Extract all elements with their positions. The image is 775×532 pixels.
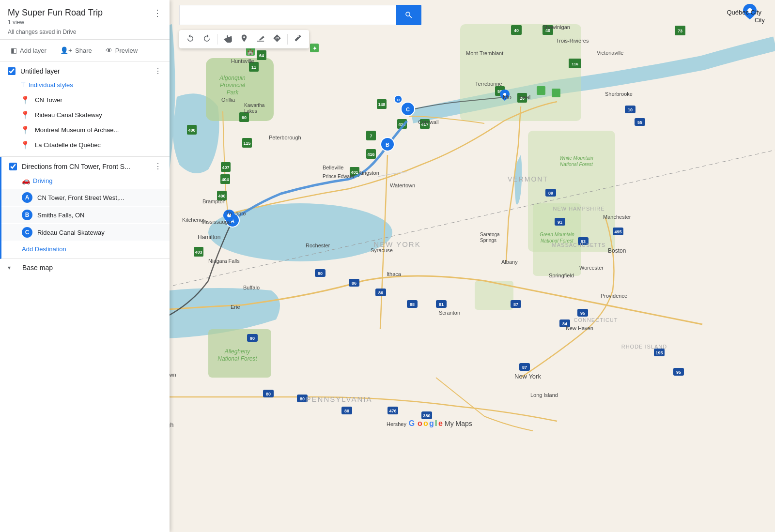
save-status: All changes saved in Drive [8, 29, 162, 35]
add-marker-button[interactable] [237, 32, 251, 46]
svg-text:404: 404 [221, 177, 229, 182]
individual-styles-link[interactable]: ⊤ Individual styles [0, 80, 170, 92]
preview-button[interactable]: 👁 Preview [103, 45, 140, 56]
svg-text:Brampton: Brampton [202, 198, 226, 204]
sidebar-menu-button[interactable]: ⋮ [151, 6, 164, 20]
search-button[interactable] [396, 5, 421, 25]
svg-text:Orillia: Orillia [221, 97, 235, 103]
svg-rect-127 [537, 86, 545, 95]
svg-text:195: 195 [655, 350, 663, 355]
svg-text:Trois-Rivières: Trois-Rivières [556, 38, 589, 44]
svg-text:Long Island: Long Island [530, 392, 558, 398]
add-layer-button[interactable]: ◧ Add layer [8, 45, 49, 56]
layer-menu-button[interactable]: ⋮ [154, 66, 162, 76]
map-views: 1 view [8, 19, 162, 26]
svg-text:416: 416 [367, 152, 374, 157]
svg-text:✦: ✦ [312, 46, 317, 51]
directions-visibility-checkbox[interactable] [9, 163, 17, 170]
svg-text:onto: onto [235, 211, 246, 216]
place-pin-icon: 📍 [20, 95, 30, 105]
layers-icon: ◧ [11, 46, 17, 54]
place-name: Montreal Museum of Archae... [35, 126, 119, 134]
layer-visibility-checkbox[interactable] [8, 67, 16, 75]
paint-icon: ⊤ [20, 81, 26, 89]
place-name: La Citadelle de Québec [35, 141, 101, 149]
redo-button[interactable] [200, 32, 214, 46]
waypoint-badge-b: B [22, 210, 32, 220]
svg-rect-128 [552, 89, 560, 97]
svg-text:PENNSYLVANIA: PENNSYLVANIA [306, 395, 372, 403]
add-directions-button[interactable] [270, 32, 284, 46]
svg-text:495: 495 [614, 229, 621, 234]
driving-mode-link[interactable]: 🚗 Driving [1, 176, 170, 188]
draw-line-button[interactable] [253, 32, 268, 46]
svg-text:l: l [435, 419, 437, 427]
svg-text:87: 87 [513, 302, 518, 307]
svg-text:New Haven: New Haven [566, 325, 593, 331]
measure-button[interactable] [291, 32, 305, 46]
svg-text:Lakes: Lakes [244, 108, 257, 114]
svg-text:Scranton: Scranton [439, 310, 460, 316]
svg-text:Worcester: Worcester [579, 265, 604, 271]
svg-text:380: 380 [423, 413, 430, 418]
svg-text:O: O [397, 98, 400, 102]
directions-title: Directions from CN Tower, Front S... [22, 163, 154, 170]
directions-menu-button[interactable]: ⋮ [154, 162, 162, 171]
svg-text:Rochester: Rochester [306, 243, 330, 248]
layer-header: Untitled layer ⋮ [0, 61, 170, 80]
place-citadelle[interactable]: 📍 La Citadelle de Québec [0, 137, 170, 152]
svg-text:10: 10 [628, 107, 633, 112]
measure-icon [294, 34, 302, 43]
search-input[interactable] [179, 5, 396, 25]
svg-text:Terrebonne: Terrebonne [475, 81, 502, 87]
svg-text:95: 95 [580, 311, 585, 316]
svg-text:80: 80 [300, 396, 305, 401]
share-button[interactable]: 👤+ Share [57, 45, 95, 56]
svg-text:o: o [418, 419, 422, 427]
svg-text:Buffalo: Buffalo [243, 285, 260, 290]
svg-text:Huntsville: Huntsville [231, 58, 254, 64]
svg-text:To: To [226, 211, 232, 216]
svg-text:Kitchener: Kitchener [182, 217, 205, 223]
svg-text:Ithaca: Ithaca [387, 271, 402, 277]
undo-button[interactable] [183, 32, 198, 46]
svg-text:White Mountain: White Mountain [559, 155, 593, 161]
waypoint-a[interactable]: A CN Tower, Front Street West,... [1, 189, 170, 206]
map-title: My Super Fun Road Trip [8, 8, 162, 18]
svg-text:Albany: Albany [501, 259, 518, 265]
waypoint-badge-a: A [22, 192, 32, 203]
svg-text:Victoriaville: Victoriaville [597, 50, 623, 56]
waypoint-badge-c: C [22, 227, 32, 238]
place-rideau-canal[interactable]: 📍 Rideau Canal Skateway [0, 107, 170, 122]
waypoint-c[interactable]: C Rideau Canal Skateway [1, 224, 170, 241]
svg-text:55: 55 [637, 120, 642, 125]
directions-header: Directions from CN Tower, Front S... ⋮ [1, 157, 170, 176]
svg-text:Providence: Providence [601, 293, 627, 299]
waypoint-b[interactable]: B Smiths Falls, ON [1, 207, 170, 223]
svg-text:o: o [423, 419, 428, 427]
place-montreal-museum[interactable]: 📍 Montreal Museum of Archae... [0, 122, 170, 137]
svg-text:407: 407 [222, 165, 229, 170]
svg-rect-2 [206, 58, 274, 121]
share-icon: 👤+ [60, 46, 72, 54]
draw-line-icon [256, 34, 265, 43]
svg-text:95: 95 [676, 370, 681, 375]
untitled-layer-section: Untitled layer ⋮ ⊤ Individual styles 📍 C… [0, 61, 170, 157]
svg-text:86: 86 [378, 290, 383, 295]
svg-text:New York: New York [514, 373, 541, 380]
layer-title: Untitled layer [20, 67, 154, 75]
svg-text:G: G [409, 419, 415, 427]
basemap-toggle[interactable]: ▾ Base map [8, 264, 162, 272]
svg-text:Belleville: Belleville [323, 165, 343, 170]
place-cn-tower[interactable]: 📍 CN Tower [0, 92, 170, 107]
pan-tool-button[interactable] [220, 32, 235, 46]
pan-icon [223, 34, 232, 43]
svg-text:Provincial: Provincial [220, 82, 245, 89]
svg-text:National Forest: National Forest [560, 162, 593, 167]
svg-text:90: 90 [318, 271, 323, 276]
svg-text:NEW HAMPSHIRE: NEW HAMPSHIRE [553, 206, 604, 212]
svg-text:Park: Park [227, 89, 239, 96]
waypoint-name: Smiths Falls, ON [37, 212, 85, 219]
add-destination-link[interactable]: Add Destination [1, 242, 170, 258]
svg-text:treal: treal [518, 93, 530, 101]
